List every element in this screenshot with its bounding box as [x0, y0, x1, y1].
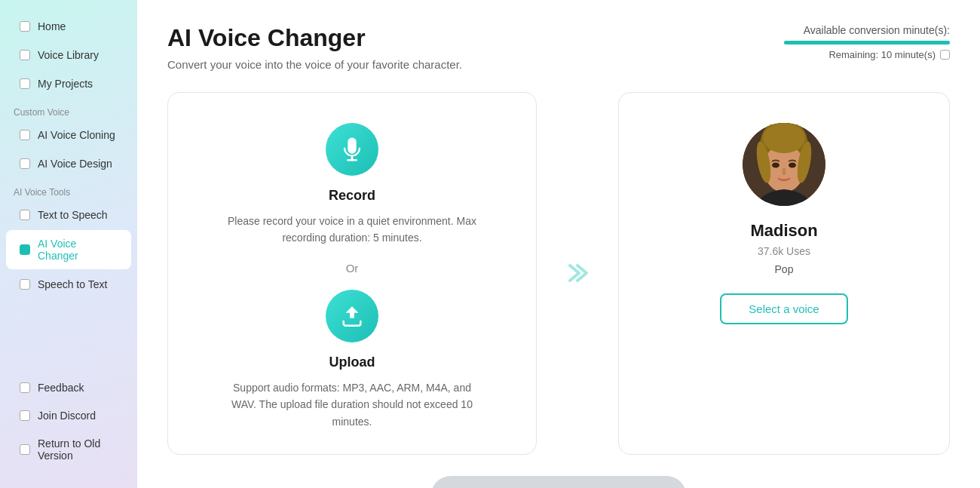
sidebar-bottom: Feedback Join Discord Return to Old Vers…: [0, 373, 137, 476]
home-checkbox: [20, 21, 30, 32]
svg-point-8: [763, 123, 805, 153]
voice-uses: 37.6k Uses: [758, 245, 810, 257]
sidebar-item-ai-voice-changer-label: AI Voice Changer: [38, 238, 118, 262]
feedback-checkbox: [20, 382, 30, 393]
change-voice-button[interactable]: Change Voice Now: [430, 476, 687, 488]
sidebar-item-ai-voice-cloning-label: AI Voice Cloning: [38, 129, 115, 141]
upload-icon-circle[interactable]: [326, 290, 378, 342]
voice-avatar: [743, 123, 825, 206]
sidebar-item-feedback[interactable]: Feedback: [6, 374, 131, 401]
change-voice-area: Change Voice Now: [167, 476, 950, 488]
sidebar-item-speech-to-text[interactable]: Speech to Text: [6, 271, 131, 298]
ai-voice-changer-checkbox: [20, 244, 30, 255]
join-discord-checkbox: [20, 410, 30, 421]
record-title: Record: [329, 188, 375, 204]
speech-to-text-checkbox: [20, 279, 30, 290]
sidebar-item-home[interactable]: Home: [6, 13, 131, 40]
ai-voice-design-checkbox: [20, 158, 30, 169]
sidebar-item-ai-voice-design[interactable]: AI Voice Design: [6, 150, 131, 177]
record-icon-circle[interactable]: [326, 123, 378, 176]
text-to-speech-checkbox: [20, 210, 30, 220]
conversion-info: Available conversion minute(s): Remainin…: [784, 24, 950, 60]
conversion-remaining-text: Remaining: 10 minute(s): [828, 49, 936, 60]
conversion-label: Available conversion minute(s):: [784, 24, 950, 36]
section-custom-voice: Custom Voice: [0, 98, 137, 121]
return-old-version-checkbox: [20, 444, 30, 455]
sidebar-item-return-old-version[interactable]: Return to Old Version: [6, 430, 131, 469]
sidebar-item-voice-library-label: Voice Library: [38, 49, 99, 61]
svg-point-10: [789, 163, 796, 168]
sidebar-item-return-old-version-label: Return to Old Version: [38, 437, 118, 462]
sidebar-item-text-to-speech[interactable]: Text to Speech: [6, 201, 131, 229]
sidebar-item-ai-voice-design-label: AI Voice Design: [38, 158, 112, 170]
arrow-area: [555, 92, 600, 455]
upload-description: Support audio formats: MP3, AAC, ARM, M4…: [224, 379, 480, 430]
select-voice-button[interactable]: Select a voice: [720, 293, 847, 324]
my-projects-checkbox: [20, 78, 30, 89]
svg-point-9: [772, 163, 779, 168]
voice-name: Madison: [750, 221, 817, 241]
sidebar: Home Voice Library My Projects Custom Vo…: [0, 0, 137, 488]
section-ai-voice-tools: AI Voice Tools: [0, 178, 137, 201]
conversion-remaining-checkbox[interactable]: [940, 50, 950, 60]
main-content: Available conversion minute(s): Remainin…: [137, 0, 980, 488]
conversion-bar-fill: [784, 41, 950, 45]
voice-library-checkbox: [20, 50, 30, 60]
microphone-icon: [339, 137, 365, 162]
or-divider: Or: [346, 262, 359, 275]
conversion-bar: [784, 41, 950, 45]
sidebar-item-join-discord-label: Join Discord: [38, 410, 96, 422]
sidebar-item-text-to-speech-label: Text to Speech: [38, 209, 108, 221]
sidebar-item-ai-voice-cloning[interactable]: AI Voice Cloning: [6, 121, 131, 149]
double-chevron-icon: [561, 256, 594, 290]
sidebar-item-home-label: Home: [38, 20, 66, 32]
sidebar-item-join-discord[interactable]: Join Discord: [6, 402, 131, 429]
sidebar-item-my-projects-label: My Projects: [38, 78, 93, 90]
record-description: Please record your voice in a quiet envi…: [224, 213, 480, 247]
input-card: Record Please record your voice in a qui…: [167, 92, 537, 455]
sidebar-item-feedback-label: Feedback: [38, 382, 84, 394]
sidebar-item-my-projects[interactable]: My Projects: [6, 70, 131, 97]
conversion-remaining: Remaining: 10 minute(s): [784, 49, 950, 60]
voice-card: Madison 37.6k Uses Pop Select a voice: [618, 92, 950, 455]
content-area: Record Please record your voice in a qui…: [167, 92, 950, 455]
voice-tag: Pop: [775, 263, 794, 275]
upload-title: Upload: [329, 354, 375, 370]
sidebar-item-voice-library[interactable]: Voice Library: [6, 41, 131, 69]
sidebar-item-ai-voice-changer[interactable]: AI Voice Changer: [6, 230, 131, 269]
ai-voice-cloning-checkbox: [20, 130, 30, 140]
sidebar-item-speech-to-text-label: Speech to Text: [38, 278, 107, 290]
upload-icon: [339, 303, 365, 329]
